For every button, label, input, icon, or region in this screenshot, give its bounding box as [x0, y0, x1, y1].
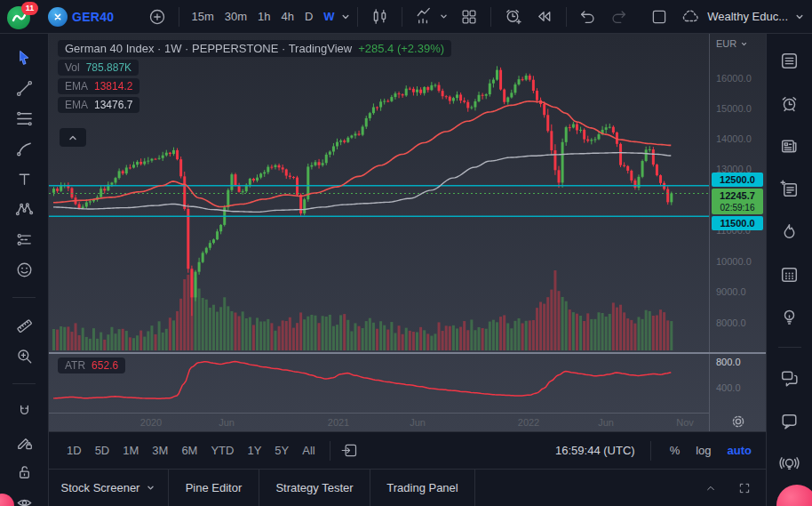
range-5y[interactable]: 5Y: [269, 441, 294, 460]
redo-button[interactable]: [603, 4, 633, 30]
range-5d[interactable]: 5D: [90, 441, 115, 460]
axis-settings-gear-icon[interactable]: [731, 414, 745, 429]
tab-pine-editor[interactable]: Pine Editor: [169, 470, 259, 506]
brush-tool[interactable]: [6, 133, 42, 164]
legend-title-row[interactable]: German 40 Index · 1W · PEPPERSTONE · Tra…: [58, 40, 451, 57]
log-scale-button[interactable]: log: [692, 442, 714, 459]
current-price-value: 12245.7: [720, 190, 755, 202]
multichart-layout-button[interactable]: [454, 4, 484, 30]
forecast-tool[interactable]: [6, 224, 42, 254]
percent-scale-button[interactable]: %: [666, 442, 684, 459]
atr-row[interactable]: ATR 652.6: [58, 357, 125, 373]
atr-canvas[interactable]: [49, 354, 709, 413]
fib-retracement-tool[interactable]: [6, 103, 42, 133]
alarm-clock-plus-icon: [503, 6, 523, 27]
app-logo[interactable]: 11: [7, 4, 34, 30]
toolbar-separator: [357, 7, 358, 27]
time-axis[interactable]: 2020 Jun 2021 Jun 2022 Jun Nov: [49, 413, 709, 431]
chevron-down-icon: [146, 483, 155, 493]
timeframes-chevron-down-icon[interactable]: [340, 12, 351, 22]
tabs-right-controls: [704, 470, 766, 506]
fib-retracement-icon: [14, 108, 35, 129]
bar-replay-button[interactable]: [529, 3, 560, 30]
flame-icon: [778, 221, 800, 243]
timeframe-d[interactable]: D: [299, 6, 318, 27]
fullscreen-icon[interactable]: [737, 481, 752, 495]
alerts-button[interactable]: [772, 82, 808, 124]
range-ytd[interactable]: YTD: [205, 441, 239, 460]
chart-legend: German 40 Index · 1W · PEPPERSTONE · Tra…: [58, 40, 451, 116]
text-notes-button[interactable]: [772, 167, 808, 210]
lock-all-drawings-tool[interactable]: [6, 457, 42, 487]
range-3m[interactable]: 3M: [147, 441, 173, 460]
range-1m[interactable]: 1M: [117, 441, 144, 460]
indicators-button[interactable]: [409, 3, 454, 30]
drawing-mode-tool[interactable]: [6, 427, 42, 457]
private-chats-button[interactable]: [772, 399, 808, 442]
indicators-icon: [414, 6, 434, 27]
calendar-icon: [778, 263, 800, 285]
legend-ema-slow-row[interactable]: EMA 13476.7: [58, 97, 139, 113]
timeframe-1h[interactable]: 1h: [252, 6, 275, 27]
watchlist-button[interactable]: [772, 39, 808, 82]
undo-button[interactable]: [573, 4, 603, 30]
account-menu[interactable]: Wealthy Educ...: [680, 6, 805, 28]
brush-icon: [14, 139, 35, 159]
ideas-button[interactable]: [772, 295, 808, 338]
currency-menu[interactable]: EUR: [710, 34, 766, 49]
timeframe-15m[interactable]: 15m: [186, 6, 219, 27]
account-chevron-down-icon: [794, 12, 805, 22]
layout-square-button[interactable]: [644, 4, 674, 30]
tab-trading-panel[interactable]: Trading Panel: [370, 470, 475, 506]
timeframe-4h[interactable]: 4h: [275, 6, 299, 27]
emoji-tool[interactable]: [6, 254, 42, 285]
legend-volume-row[interactable]: Vol 785.887K: [58, 60, 139, 76]
square-outline-icon: [649, 7, 669, 27]
cursor-tool[interactable]: [6, 43, 42, 73]
account-name: Wealthy Educ...: [707, 10, 788, 23]
ema-slow-value: 13476.7: [94, 99, 132, 111]
range-1y[interactable]: 1Y: [242, 441, 267, 460]
volume-label: Vol: [65, 61, 80, 74]
emoji-smiley-icon: [14, 260, 35, 280]
text-tool[interactable]: [6, 164, 42, 194]
auto-scale-button[interactable]: auto: [724, 442, 755, 459]
legend-collapse-button[interactable]: [60, 128, 86, 147]
compare-add-symbol-button[interactable]: [142, 4, 172, 30]
panel-expand-chevron-up-icon[interactable]: [704, 481, 718, 495]
symbol-name: GER40: [72, 10, 114, 24]
price-tick: 15000.0: [716, 103, 752, 114]
create-alert-button[interactable]: [498, 3, 529, 30]
xabcd-pattern-tool[interactable]: [6, 194, 42, 224]
measure-tool[interactable]: [6, 310, 42, 341]
grid-layout-icon: [459, 7, 479, 27]
hotlists-button[interactable]: [772, 210, 808, 253]
toolbar-group-divider: [778, 347, 801, 348]
atr-label: ATR: [65, 359, 85, 372]
utc-clock[interactable]: 16:59:44 (UTC): [555, 444, 635, 457]
calendar-button[interactable]: [772, 253, 808, 295]
pencil-lock-icon: [14, 432, 35, 453]
range-1d[interactable]: 1D: [61, 441, 87, 460]
tab-stock-screener[interactable]: Stock Screener: [49, 470, 169, 506]
trend-line-tool[interactable]: [6, 73, 42, 103]
range-6m[interactable]: 6M: [176, 441, 203, 460]
zoom-in-tool[interactable]: [6, 341, 42, 371]
symbol-button[interactable]: GER40: [43, 4, 119, 30]
legend-ema-fast-row[interactable]: EMA 13814.2: [58, 78, 139, 94]
forecast-icon: [14, 229, 35, 250]
price-change: +285.4 (+2.39%): [358, 42, 444, 55]
magnet-tool[interactable]: [6, 397, 42, 427]
pane-divider[interactable]: [49, 352, 766, 354]
news-button[interactable]: [772, 124, 808, 167]
streams-button[interactable]: [772, 442, 808, 485]
public-chats-button[interactable]: [772, 357, 808, 399]
timeframe-w[interactable]: W: [318, 6, 339, 27]
tab-strategy-tester[interactable]: Strategy Tester: [259, 470, 370, 506]
range-all[interactable]: All: [297, 441, 320, 460]
timeframe-30m[interactable]: 30m: [219, 6, 252, 27]
atr-legend: ATR 652.6: [58, 357, 125, 376]
go-to-date-button[interactable]: [337, 439, 362, 462]
price-axis[interactable]: EUR 16000.0 15000.0 14000.0 13000.0 1100…: [709, 34, 766, 431]
chart-type-candles-button[interactable]: [364, 3, 395, 30]
